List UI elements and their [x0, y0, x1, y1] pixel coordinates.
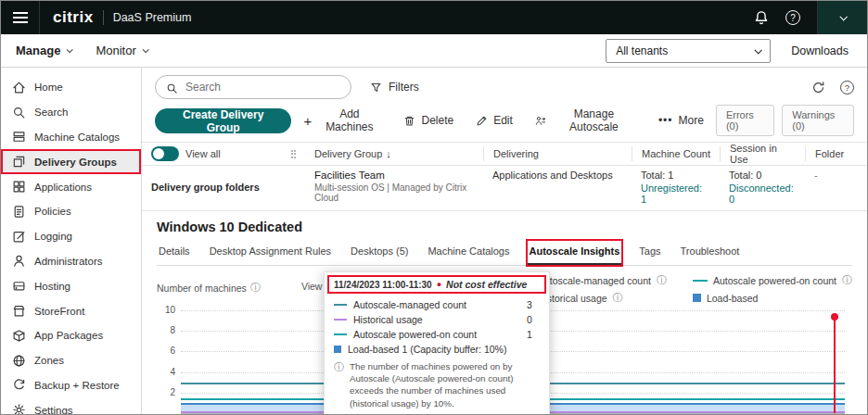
tab-desktop-assignment-rules[interactable]: Desktop Assignment Rules: [208, 241, 333, 265]
edit-button[interactable]: Edit: [466, 108, 523, 132]
detail-panel: Windows 10 Dedicated Details Desktop Ass…: [142, 211, 867, 415]
column-machine-count[interactable]: Machine Count: [632, 146, 720, 161]
product-name: DaaS Premium: [113, 11, 192, 24]
detail-tabs: Details Desktop Assignment Rules Desktop…: [157, 241, 852, 266]
hosting-icon: [12, 279, 26, 293]
chart-y-axis-title: Number of machines: [157, 283, 247, 294]
red-dot-icon: ●: [437, 280, 441, 289]
tooltip-row: Autoscale powered-on count1: [334, 329, 540, 340]
sidebar-item-administrators[interactable]: Administrators: [1, 249, 141, 274]
menu-bar: Manage Monitor All tenants Downloads: [1, 34, 867, 68]
tab-troubleshoot[interactable]: Troubleshoot: [679, 241, 742, 265]
info-icon[interactable]: ⓘ: [613, 291, 623, 305]
table-header-row: View all Delivery Group↓ Delivering Mach…: [142, 142, 867, 166]
tenant-selector[interactable]: All tenants: [606, 39, 771, 63]
tooltip-row: Autoscale-managed count3: [334, 299, 540, 310]
tooltip-row: Historical usage0: [334, 314, 540, 325]
square-swatch: [693, 294, 701, 302]
tab-tags[interactable]: Tags: [637, 241, 662, 265]
top-bar: citrix DaaS Premium ?: [1, 1, 867, 34]
column-folder[interactable]: Folder: [805, 146, 867, 161]
info-icon[interactable]: ⓘ: [842, 273, 852, 287]
delivery-group-folders-panel[interactable]: Delivery group folders: [142, 170, 305, 205]
search-icon: [12, 106, 26, 119]
chevron-down-icon: [755, 46, 762, 54]
policies-icon: [12, 205, 26, 219]
info-icon[interactable]: ⓘ: [657, 273, 667, 287]
hamburger-menu-icon[interactable]: [1, 1, 40, 34]
manage-autoscale-button[interactable]: Manage Autoscale: [525, 108, 646, 132]
disconnected-link[interactable]: Disconnected: 0: [729, 182, 796, 205]
delivery-group-subtitle: Multi-session OS | Managed by Citrix Clo…: [314, 182, 474, 203]
manage-menu[interactable]: Manage: [16, 44, 71, 57]
more-button[interactable]: •••More: [648, 108, 714, 132]
sidebar-item-search[interactable]: Search: [1, 100, 141, 125]
tooltip-row: Load-based 1 (Capacity buffer: 10%): [334, 344, 540, 355]
y-tick: 8: [157, 325, 175, 335]
monitor-menu[interactable]: Monitor: [96, 44, 147, 57]
sidebar-item-home[interactable]: Home: [1, 75, 141, 100]
applications-icon: [12, 180, 26, 194]
tab-details[interactable]: Details: [157, 241, 192, 265]
sidebar-item-hosting[interactable]: Hosting: [1, 273, 141, 298]
sidebar-item-delivery-groups[interactable]: Delivery Groups: [1, 149, 141, 174]
administrators-icon: [12, 254, 26, 268]
sidebar: Home Search Machine Catalogs Delivery Gr…: [1, 68, 142, 415]
y-tick: 4: [157, 367, 175, 377]
pencil-icon: [476, 115, 488, 127]
more-dots-icon: •••: [658, 114, 673, 127]
sidebar-item-storefront[interactable]: StoreFront: [1, 298, 141, 323]
search-icon: [166, 82, 178, 94]
app-packages-icon: [12, 329, 26, 343]
table-row[interactable]: Delivery group folders Facilities Team M…: [142, 166, 867, 211]
info-icon[interactable]: ⓘ: [250, 281, 261, 295]
help-icon[interactable]: ?: [785, 10, 800, 25]
sidebar-item-backup-restore[interactable]: Backup + Restore: [1, 373, 141, 398]
panel-resize-handle[interactable]: [291, 150, 297, 158]
citrix-logo: citrix: [53, 8, 94, 27]
notifications-bell-icon[interactable]: [754, 10, 769, 25]
sessions-total: Total: 0: [729, 170, 796, 181]
sidebar-item-logging[interactable]: Logging: [1, 224, 141, 249]
sort-descending-icon: ↓: [386, 148, 391, 159]
search-box[interactable]: [155, 75, 351, 99]
column-delivering[interactable]: Delivering: [483, 146, 632, 161]
account-menu-chevron[interactable]: [817, 1, 867, 34]
line-swatch: [693, 280, 708, 282]
tab-desktops[interactable]: Desktops (5): [349, 241, 410, 265]
y-tick: 2: [157, 387, 175, 397]
unregistered-link[interactable]: Unregistered: 1: [641, 182, 710, 205]
folder-value: -: [805, 170, 867, 205]
tab-autoscale-insights[interactable]: Autoscale Insights: [528, 241, 622, 265]
filters-button[interactable]: Filters: [370, 81, 419, 94]
tab-machine-catalogs[interactable]: Machine Catalogs: [426, 241, 511, 265]
sidebar-item-machine-catalogs[interactable]: Machine Catalogs: [1, 125, 141, 150]
refresh-icon[interactable]: [811, 81, 825, 94]
sidebar-item-settings[interactable]: Settings: [1, 397, 141, 415]
delivery-group-name[interactable]: Facilities Team: [314, 170, 474, 181]
autoscale-insights-chart: Number of machinesⓘ View by: Select sche…: [157, 273, 852, 415]
search-input[interactable]: [185, 81, 325, 94]
sidebar-item-policies[interactable]: Policies: [1, 199, 141, 224]
sidebar-item-app-packages[interactable]: App Packages: [1, 323, 141, 348]
chart-tooltip: 11/24/2023 11:00-11:30 ● Not cost effect…: [324, 271, 550, 415]
view-all-toggle[interactable]: [151, 146, 179, 161]
column-session-in-use[interactable]: Session in Use: [720, 146, 805, 161]
warnings-badge[interactable]: Warnings (0): [782, 105, 854, 136]
chevron-down-icon: [67, 46, 73, 53]
create-delivery-group-button[interactable]: Create Delivery Group: [155, 108, 291, 133]
storefront-icon: [12, 304, 26, 318]
errors-badge[interactable]: Errors (0): [716, 105, 774, 136]
view-all-label: View all: [185, 148, 221, 159]
sidebar-item-zones[interactable]: Zones: [1, 348, 141, 373]
help-icon[interactable]: ?: [840, 81, 854, 94]
column-delivery-group[interactable]: Delivery Group↓: [305, 148, 483, 159]
current-time-marker-line: [834, 317, 836, 413]
sidebar-item-applications[interactable]: Applications: [1, 174, 141, 199]
legend-powered-on-count: Autoscale powered-on countⓘ: [693, 273, 852, 287]
search-row: Filters ?: [142, 68, 867, 103]
downloads-link[interactable]: Downloads: [791, 44, 849, 57]
backup-restore-icon: [12, 378, 26, 392]
delete-button[interactable]: Delete: [393, 108, 464, 132]
add-machines-button[interactable]: +Add Machines: [293, 108, 391, 132]
